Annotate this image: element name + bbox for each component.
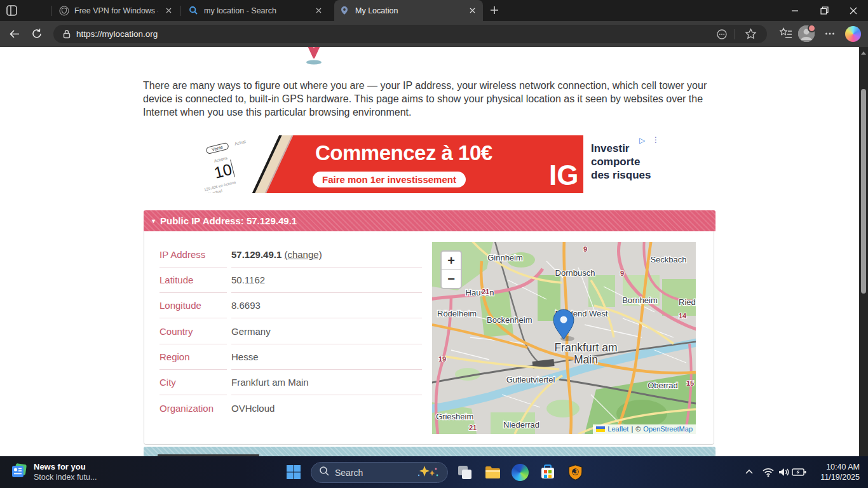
back-button[interactable] <box>5 25 23 43</box>
tray-clock[interactable]: 10:40 AM 11/19/2025 <box>811 462 860 482</box>
section-header-public-ip[interactable]: ▾ Public IP Address: 57.129.49.1 <box>144 210 715 231</box>
svg-text:Main: Main <box>574 353 598 366</box>
battery-icon[interactable] <box>789 459 810 485</box>
section-title: Public IP Address: 57.129.49.1 <box>160 215 297 226</box>
section-header-next[interactable] <box>144 447 715 456</box>
svg-text:9: 9 <box>620 269 624 277</box>
tab-close-icon[interactable] <box>163 6 173 16</box>
new-tab-button[interactable] <box>488 4 501 19</box>
row-value: Germany <box>231 319 422 344</box>
svg-text:21: 21 <box>482 288 489 295</box>
microsoft-store-button[interactable] <box>535 459 560 485</box>
profile-avatar[interactable] <box>798 25 815 42</box>
page-content: There are many ways to figure out where … <box>0 47 859 456</box>
file-explorer-button[interactable] <box>480 459 505 485</box>
url-text[interactable]: https://mylocation.org <box>76 29 158 39</box>
copilot-sparkle-icon <box>416 464 440 481</box>
ad-brand-logo: IG <box>549 159 578 191</box>
row-label: Country <box>159 319 227 344</box>
tab-title: Free VPN for Windows - Best Unli <box>74 6 158 15</box>
tab-bar: Free VPN for Windows - Best Unli my loca… <box>0 0 868 21</box>
adchoices-icon[interactable]: ▷ <box>639 136 645 145</box>
svg-text:Niederrad: Niederrad <box>503 420 539 430</box>
lock-icon[interactable] <box>62 29 71 39</box>
table-row: IP Address 57.129.49.1 (change) <box>144 242 437 268</box>
tray-chevron-icon[interactable] <box>738 459 760 485</box>
notification-dot <box>808 24 816 32</box>
openstreetmap-link[interactable]: OpenStreetMap <box>643 425 693 433</box>
ad-phone-buy-label: Achat <box>234 139 246 146</box>
row-value: OVHcloud <box>231 396 422 421</box>
taskbar: News for you Stock index futu... Search <box>0 456 868 488</box>
pill-divider <box>735 29 735 39</box>
svg-text:19: 19 <box>438 355 446 363</box>
svg-text:Bockenheim: Bockenheim <box>487 315 532 325</box>
svg-text:Bornheim: Bornheim <box>622 295 658 305</box>
row-label: IP Address <box>159 242 227 268</box>
change-link[interactable]: (change) <box>284 249 322 260</box>
leaflet-link[interactable]: Leaflet <box>607 425 628 433</box>
tab-close-icon[interactable] <box>313 6 323 16</box>
window-close-button[interactable] <box>839 0 868 21</box>
svg-text:15: 15 <box>686 379 694 387</box>
row-value: Frankfurt am Main <box>231 370 422 395</box>
svg-text:Dornbusch: Dornbusch <box>555 268 595 278</box>
site-permissions-icon[interactable] <box>716 29 728 43</box>
ad-image[interactable]: Vente Achat Actions 10 129,40€ en Action… <box>191 135 583 193</box>
ad-options-dots-icon[interactable]: ⋮ <box>652 135 660 144</box>
settings-more-icon[interactable] <box>821 25 839 43</box>
tab-close-icon[interactable] <box>467 6 477 16</box>
row-label: Organization <box>159 396 227 421</box>
svg-text:21: 21 <box>469 424 477 431</box>
window-restore-button[interactable] <box>810 0 839 21</box>
table-row: Organization OVHcloud <box>144 396 437 421</box>
ad-banner[interactable]: Vente Achat Actions 10 129,40€ en Action… <box>191 135 661 193</box>
table-row: Longitude 8.6693 <box>144 293 437 318</box>
ukraine-flag-icon <box>596 426 605 432</box>
scrollbar-thumb[interactable] <box>861 89 866 294</box>
search-placeholder: Search <box>335 468 410 478</box>
tab-actions-menu-icon[interactable] <box>5 4 18 20</box>
task-view-button[interactable] <box>452 459 477 485</box>
intro-paragraph: There are many ways to figure out where … <box>143 79 714 119</box>
tray-time: 10:40 AM <box>811 462 860 472</box>
ad-phone-sell-pill: Vente <box>205 142 229 154</box>
svg-text:Seckbach: Seckbach <box>650 255 686 264</box>
vpn-shield-favicon <box>59 6 69 16</box>
table-row: Country Germany <box>144 319 437 344</box>
tab-search[interactable]: my location - Search <box>183 0 329 21</box>
svg-text:Oberrad: Oberrad <box>648 381 678 390</box>
row-value: Hesse <box>231 344 422 370</box>
address-bar[interactable]: https://mylocation.org <box>53 25 767 43</box>
copilot-icon[interactable] <box>845 26 861 42</box>
scrollbar[interactable] <box>859 47 868 456</box>
tab-my-location[interactable]: My Location <box>334 0 483 21</box>
widget-subtitle: Stock index futu... <box>34 472 97 482</box>
tab-vpn[interactable]: Free VPN for Windows - Best Unli <box>53 0 179 21</box>
refresh-button[interactable] <box>28 25 46 43</box>
map-zoom-control: + − <box>440 250 462 289</box>
window-minimize-button[interactable] <box>780 0 810 21</box>
taskbar-search[interactable]: Search <box>311 462 448 483</box>
scroll-up-arrow[interactable] <box>861 51 866 55</box>
vpn-shield-app-button[interactable] <box>562 459 588 485</box>
favorite-star-icon[interactable] <box>745 28 757 43</box>
svg-text:Frankfurt am: Frankfurt am <box>554 341 617 354</box>
ad-cta-button[interactable]: Faire mon 1er investissement <box>313 172 466 187</box>
row-label: City <box>159 370 227 395</box>
site-logo-pin-icon <box>303 47 325 67</box>
zoom-out-button[interactable]: − <box>442 270 461 288</box>
widgets-button[interactable]: News for you Stock index futu... <box>5 458 102 486</box>
edge-browser-button[interactable] <box>507 459 532 485</box>
tab-title: my location - Search <box>204 6 308 15</box>
map[interactable]: Ginnheim Dornbusch Seckbach Hausen Bornh… <box>432 242 696 434</box>
browser-toolbar: https://mylocation.org <box>0 21 868 47</box>
zoom-in-button[interactable]: + <box>442 252 461 270</box>
favorites-bar-icon[interactable] <box>779 27 793 43</box>
row-label: Region <box>159 344 227 370</box>
collapse-caret-icon: ▾ <box>152 217 155 224</box>
start-button[interactable] <box>281 459 306 485</box>
svg-text:Griesheim: Griesheim <box>436 412 473 421</box>
svg-text:14: 14 <box>679 312 687 320</box>
attribution-separator: | <box>631 425 633 433</box>
